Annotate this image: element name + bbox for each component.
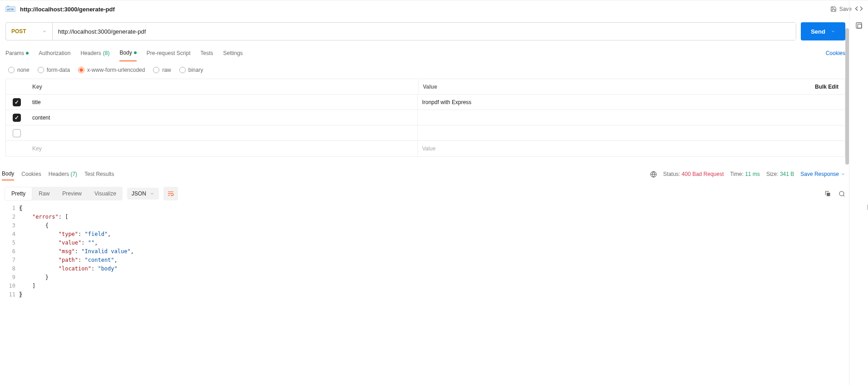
radio-icon	[38, 67, 44, 73]
table-header-row: Key Value Bulk Edit	[6, 79, 845, 95]
table-row: title Ironpdf with Express	[6, 95, 845, 110]
url-input[interactable]	[53, 23, 796, 40]
radio-form-data[interactable]: form-data	[38, 67, 70, 73]
body-type-selector: none form-data x-www-form-urlencoded raw…	[0, 61, 868, 79]
tab-params[interactable]: Params	[5, 45, 29, 61]
tab-tests[interactable]: Tests	[200, 45, 213, 61]
request-tabs: Params Authorization Headers (8) Body Pr…	[0, 45, 868, 61]
dot-indicator-icon	[134, 51, 137, 54]
chevron-down-icon	[831, 29, 835, 34]
code-content[interactable]: { "errors": [ { "type": "field", "value"…	[19, 204, 845, 299]
row-checkbox[interactable]	[13, 129, 21, 137]
url-input-group: POST	[5, 22, 796, 40]
globe-icon[interactable]	[650, 171, 657, 178]
chevron-down-icon	[42, 29, 47, 34]
save-icon	[830, 6, 837, 12]
svg-rect-0	[856, 23, 862, 28]
request-title: http://localhost:3000/generate-pdf	[20, 6, 827, 13]
table-row	[6, 125, 845, 141]
resp-tab-headers[interactable]: Headers (7)	[49, 168, 77, 180]
radio-binary[interactable]: binary	[179, 67, 203, 73]
svg-rect-9	[827, 193, 830, 196]
tab-authorization[interactable]: Authorization	[39, 45, 70, 61]
svg-rect-1	[858, 24, 862, 28]
url-row: POST Send	[0, 18, 868, 45]
response-toolbar: Pretty Raw Preview Visualize JSON	[0, 183, 868, 204]
view-visualize[interactable]: Visualize	[88, 187, 123, 200]
value-cell[interactable]	[418, 110, 845, 125]
svg-line-11	[843, 195, 844, 196]
tab-settings[interactable]: Settings	[223, 45, 243, 61]
radio-icon	[8, 67, 15, 73]
response-body-viewer[interactable]: 1234567891011 { "errors": [ { "type": "f…	[0, 204, 868, 299]
response-tabs: Body Cookies Headers (7) Test Results St…	[0, 163, 868, 183]
chevron-down-icon	[841, 172, 845, 176]
bulk-edit-button[interactable]: Bulk Edit	[809, 79, 845, 94]
time-text: Time: 11 ms	[730, 171, 760, 177]
tab-prerequest[interactable]: Pre-request Script	[147, 45, 191, 61]
save-response-button[interactable]: Save Response	[800, 171, 845, 177]
key-placeholder[interactable]: Key	[28, 141, 418, 156]
cookies-link[interactable]: Cookies	[826, 50, 863, 56]
table-row-new: Key Value	[6, 141, 845, 156]
send-button[interactable]: Send	[801, 22, 845, 40]
radio-icon	[78, 67, 84, 73]
radio-icon	[179, 67, 186, 73]
line-gutter: 1234567891011	[0, 204, 19, 299]
key-cell[interactable]: title	[28, 95, 418, 110]
svg-text:HTTP: HTTP	[7, 8, 14, 11]
row-checkbox[interactable]	[13, 98, 21, 106]
params-table: Key Value Bulk Edit title Ironpdf with E…	[5, 79, 845, 157]
view-mode-group: Pretty Raw Preview Visualize	[5, 187, 123, 200]
radio-urlencoded[interactable]: x-www-form-urlencoded	[78, 67, 145, 73]
value-placeholder[interactable]: Value	[418, 141, 845, 156]
chevron-down-icon	[150, 191, 154, 196]
size-text: Size: 341 B	[766, 171, 794, 177]
svg-point-10	[839, 191, 844, 195]
view-raw[interactable]: Raw	[32, 187, 56, 200]
method-label: POST	[11, 28, 26, 35]
scrollbar[interactable]	[845, 28, 849, 165]
dot-indicator-icon	[26, 52, 29, 55]
search-icon[interactable]	[838, 190, 845, 197]
http-badge-icon: HTTP	[5, 5, 15, 14]
request-header: HTTP http://localhost:3000/generate-pdf …	[0, 0, 868, 18]
view-pretty[interactable]: Pretty	[5, 187, 32, 200]
send-label: Send	[811, 28, 825, 35]
wrap-lines-button[interactable]	[163, 187, 178, 200]
column-value: Value	[419, 79, 809, 94]
resp-tab-body[interactable]: Body	[2, 168, 14, 180]
resp-tab-test-results[interactable]: Test Results	[84, 168, 114, 180]
tab-headers[interactable]: Headers (8)	[80, 45, 109, 61]
value-cell[interactable]	[418, 125, 845, 140]
row-checkbox[interactable]	[13, 114, 21, 122]
tab-body[interactable]: Body	[119, 45, 136, 61]
response-meta: Status: 400 Bad Request Time: 11 ms Size…	[650, 171, 845, 178]
key-cell[interactable]: content	[28, 110, 418, 125]
value-cell[interactable]: Ironpdf with Express	[418, 95, 845, 110]
status-text: Status: 400 Bad Request	[663, 171, 724, 177]
toolbar-right	[824, 190, 845, 197]
svg-marker-4	[9, 5, 10, 6]
column-key: Key	[28, 79, 419, 94]
code-icon[interactable]	[855, 5, 863, 13]
panel-icon[interactable]	[855, 22, 863, 29]
resp-tab-cookies[interactable]: Cookies	[21, 168, 41, 180]
copy-icon[interactable]	[824, 190, 831, 197]
radio-none[interactable]: none	[8, 67, 30, 73]
radio-icon	[153, 67, 159, 73]
format-select[interactable]: JSON	[127, 188, 159, 200]
method-select[interactable]: POST	[6, 23, 53, 40]
key-cell[interactable]	[28, 125, 418, 140]
wrap-icon	[167, 190, 174, 197]
view-preview[interactable]: Preview	[56, 187, 88, 200]
radio-raw[interactable]: raw	[153, 67, 171, 73]
table-row: content	[6, 110, 845, 125]
